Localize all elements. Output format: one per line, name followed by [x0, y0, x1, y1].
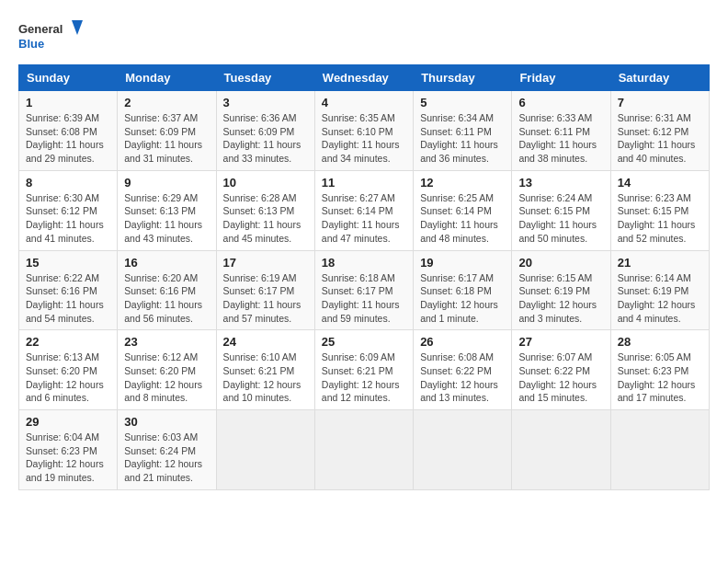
calendar-day-cell: 20Sunrise: 6:15 AM Sunset: 6:19 PM Dayli… — [512, 250, 610, 330]
day-info: Sunrise: 6:39 AM Sunset: 6:08 PM Dayligh… — [26, 111, 110, 166]
calendar-day-cell: 5Sunrise: 6:34 AM Sunset: 6:11 PM Daylig… — [414, 91, 512, 171]
day-info: Sunrise: 6:13 AM Sunset: 6:20 PM Dayligh… — [26, 350, 110, 405]
day-info: Sunrise: 6:27 AM Sunset: 6:14 PM Dayligh… — [322, 191, 406, 246]
calendar-day-cell: 18Sunrise: 6:18 AM Sunset: 6:17 PM Dayli… — [314, 250, 413, 330]
calendar-day-cell — [314, 410, 413, 490]
day-number: 9 — [124, 176, 209, 190]
day-info: Sunrise: 6:19 AM Sunset: 6:17 PM Dayligh… — [223, 271, 308, 326]
day-info: Sunrise: 6:08 AM Sunset: 6:22 PM Dayligh… — [420, 350, 505, 405]
day-number: 7 — [618, 96, 702, 109]
day-number: 10 — [223, 176, 308, 190]
calendar-day-cell: 30Sunrise: 6:03 AM Sunset: 6:24 PM Dayli… — [118, 410, 216, 490]
day-info: Sunrise: 6:28 AM Sunset: 6:13 PM Dayligh… — [223, 191, 308, 246]
day-number: 18 — [322, 256, 406, 270]
day-info: Sunrise: 6:12 AM Sunset: 6:20 PM Dayligh… — [124, 350, 209, 405]
day-number: 8 — [26, 176, 110, 190]
calendar-day-cell: 11Sunrise: 6:27 AM Sunset: 6:14 PM Dayli… — [314, 170, 413, 250]
calendar-header-friday: Friday — [512, 65, 610, 91]
day-number: 14 — [618, 176, 702, 190]
calendar-header-sunday: Sunday — [19, 65, 118, 91]
day-info: Sunrise: 6:29 AM Sunset: 6:13 PM Dayligh… — [124, 191, 209, 246]
calendar-day-cell: 10Sunrise: 6:28 AM Sunset: 6:13 PM Dayli… — [216, 170, 314, 250]
day-number: 27 — [518, 335, 603, 349]
day-info: Sunrise: 6:25 AM Sunset: 6:14 PM Dayligh… — [420, 191, 505, 246]
calendar-day-cell: 27Sunrise: 6:07 AM Sunset: 6:22 PM Dayli… — [512, 330, 610, 410]
day-info: Sunrise: 6:07 AM Sunset: 6:22 PM Dayligh… — [518, 350, 603, 405]
calendar-day-cell: 6Sunrise: 6:33 AM Sunset: 6:11 PM Daylig… — [512, 91, 610, 171]
day-info: Sunrise: 6:36 AM Sunset: 6:09 PM Dayligh… — [223, 111, 308, 166]
calendar-day-cell: 8Sunrise: 6:30 AM Sunset: 6:12 PM Daylig… — [19, 170, 118, 250]
day-info: Sunrise: 6:34 AM Sunset: 6:11 PM Dayligh… — [420, 111, 505, 166]
calendar-week-row: 29Sunrise: 6:04 AM Sunset: 6:23 PM Dayli… — [19, 410, 710, 490]
day-number: 26 — [420, 335, 505, 349]
day-number: 30 — [124, 415, 209, 429]
day-info: Sunrise: 6:14 AM Sunset: 6:19 PM Dayligh… — [618, 271, 702, 326]
day-info: Sunrise: 6:23 AM Sunset: 6:15 PM Dayligh… — [618, 191, 702, 246]
day-info: Sunrise: 6:31 AM Sunset: 6:12 PM Dayligh… — [618, 111, 702, 166]
calendar-week-row: 22Sunrise: 6:13 AM Sunset: 6:20 PM Dayli… — [19, 330, 710, 410]
day-number: 17 — [223, 256, 308, 270]
day-number: 24 — [223, 335, 308, 349]
calendar-header-saturday: Saturday — [610, 65, 709, 91]
calendar-day-cell: 3Sunrise: 6:36 AM Sunset: 6:09 PM Daylig… — [216, 91, 314, 171]
day-info: Sunrise: 6:04 AM Sunset: 6:23 PM Dayligh… — [26, 431, 110, 485]
day-number: 6 — [518, 96, 603, 109]
day-number: 28 — [618, 335, 702, 349]
day-info: Sunrise: 6:15 AM Sunset: 6:19 PM Dayligh… — [518, 271, 603, 326]
day-number: 2 — [124, 96, 209, 109]
page-header: General Blue — [18, 18, 710, 55]
day-number: 1 — [26, 96, 110, 109]
day-info: Sunrise: 6:17 AM Sunset: 6:18 PM Dayligh… — [420, 271, 505, 326]
calendar-week-row: 8Sunrise: 6:30 AM Sunset: 6:12 PM Daylig… — [19, 170, 710, 250]
calendar-header-monday: Monday — [118, 65, 216, 91]
calendar-day-cell — [414, 410, 512, 490]
calendar-table: SundayMondayTuesdayWednesdayThursdayFrid… — [18, 64, 710, 490]
day-info: Sunrise: 6:05 AM Sunset: 6:23 PM Dayligh… — [618, 350, 702, 405]
day-info: Sunrise: 6:30 AM Sunset: 6:12 PM Dayligh… — [26, 191, 110, 246]
calendar-header-thursday: Thursday — [414, 65, 512, 91]
calendar-day-cell — [610, 410, 709, 490]
calendar-day-cell: 21Sunrise: 6:14 AM Sunset: 6:19 PM Dayli… — [610, 250, 709, 330]
day-number: 13 — [518, 176, 603, 190]
calendar-day-cell: 16Sunrise: 6:20 AM Sunset: 6:16 PM Dayli… — [118, 250, 216, 330]
day-number: 21 — [618, 256, 702, 270]
day-info: Sunrise: 6:24 AM Sunset: 6:15 PM Dayligh… — [518, 191, 603, 246]
day-number: 12 — [420, 176, 505, 190]
calendar-day-cell: 22Sunrise: 6:13 AM Sunset: 6:20 PM Dayli… — [19, 330, 118, 410]
calendar-week-row: 1Sunrise: 6:39 AM Sunset: 6:08 PM Daylig… — [19, 91, 710, 171]
svg-text:Blue: Blue — [18, 37, 44, 51]
day-number: 19 — [420, 256, 505, 270]
calendar-day-cell: 25Sunrise: 6:09 AM Sunset: 6:21 PM Dayli… — [314, 330, 413, 410]
calendar-day-cell: 19Sunrise: 6:17 AM Sunset: 6:18 PM Dayli… — [414, 250, 512, 330]
calendar-week-row: 15Sunrise: 6:22 AM Sunset: 6:16 PM Dayli… — [19, 250, 710, 330]
logo-svg: General Blue — [18, 18, 83, 55]
day-number: 3 — [223, 96, 308, 109]
day-number: 23 — [124, 335, 209, 349]
day-number: 20 — [518, 256, 603, 270]
calendar-day-cell: 17Sunrise: 6:19 AM Sunset: 6:17 PM Dayli… — [216, 250, 314, 330]
day-info: Sunrise: 6:37 AM Sunset: 6:09 PM Dayligh… — [124, 111, 209, 166]
logo: General Blue — [18, 18, 83, 55]
day-number: 11 — [322, 176, 406, 190]
day-number: 15 — [26, 256, 110, 270]
day-info: Sunrise: 6:20 AM Sunset: 6:16 PM Dayligh… — [124, 271, 209, 326]
calendar-day-cell: 15Sunrise: 6:22 AM Sunset: 6:16 PM Dayli… — [19, 250, 118, 330]
calendar-day-cell: 7Sunrise: 6:31 AM Sunset: 6:12 PM Daylig… — [610, 91, 709, 171]
calendar-day-cell: 14Sunrise: 6:23 AM Sunset: 6:15 PM Dayli… — [610, 170, 709, 250]
calendar-day-cell: 23Sunrise: 6:12 AM Sunset: 6:20 PM Dayli… — [118, 330, 216, 410]
day-number: 4 — [322, 96, 406, 109]
svg-text:General: General — [18, 22, 63, 36]
day-info: Sunrise: 6:33 AM Sunset: 6:11 PM Dayligh… — [518, 111, 603, 166]
day-info: Sunrise: 6:35 AM Sunset: 6:10 PM Dayligh… — [322, 111, 406, 166]
calendar-day-cell: 26Sunrise: 6:08 AM Sunset: 6:22 PM Dayli… — [414, 330, 512, 410]
day-number: 16 — [124, 256, 209, 270]
calendar-day-cell: 29Sunrise: 6:04 AM Sunset: 6:23 PM Dayli… — [19, 410, 118, 490]
calendar-day-cell: 28Sunrise: 6:05 AM Sunset: 6:23 PM Dayli… — [610, 330, 709, 410]
day-number: 25 — [322, 335, 406, 349]
calendar-header-tuesday: Tuesday — [216, 65, 314, 91]
calendar-day-cell: 1Sunrise: 6:39 AM Sunset: 6:08 PM Daylig… — [19, 91, 118, 171]
day-number: 5 — [420, 96, 505, 109]
calendar-header-row: SundayMondayTuesdayWednesdayThursdayFrid… — [19, 65, 710, 91]
day-info: Sunrise: 6:22 AM Sunset: 6:16 PM Dayligh… — [26, 271, 110, 326]
calendar-day-cell: 9Sunrise: 6:29 AM Sunset: 6:13 PM Daylig… — [118, 170, 216, 250]
